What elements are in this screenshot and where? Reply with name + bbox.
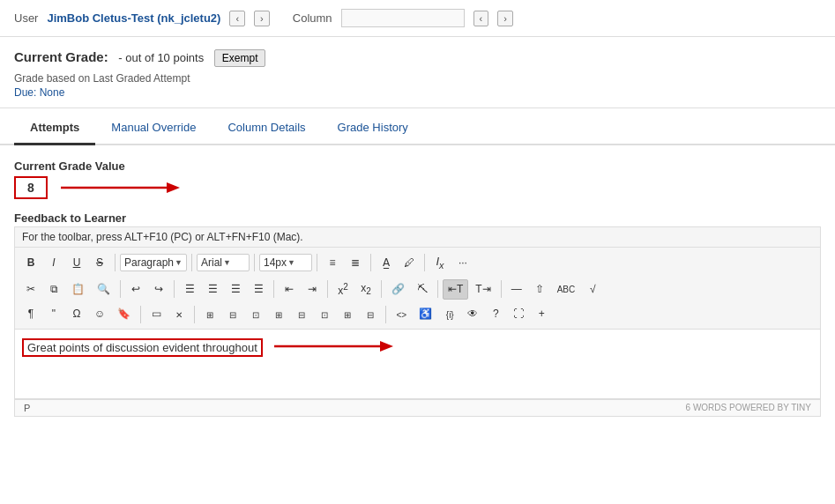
table-op-3[interactable]: ⊡ (245, 306, 266, 324)
sep-4 (317, 254, 317, 271)
content-area: Current Grade Value 8 Feedback to Learne… (0, 145, 835, 431)
blockquote-btn[interactable]: " (43, 304, 64, 325)
paragraph-caret: ▼ (175, 258, 183, 267)
sep-11 (381, 280, 382, 298)
preview-btn[interactable]: 👁 (462, 304, 483, 325)
align-right-btn[interactable]: ☰ (225, 279, 246, 300)
bold-btn[interactable]: B (20, 253, 41, 274)
emoji-btn[interactable]: ☺ (89, 304, 110, 325)
table-op-6[interactable]: ⊡ (314, 306, 335, 324)
status-right: 6 WORDS POWERED BY TINY (686, 403, 811, 413)
exempt-button[interactable]: Exempt (214, 49, 266, 67)
copy-btn[interactable]: ⧉ (43, 279, 64, 300)
para-mark-btn[interactable]: ¶ (20, 304, 41, 325)
user-prev-btn[interactable]: ‹ (229, 11, 245, 26)
table-delete-btn[interactable]: ✕ (168, 306, 190, 324)
font-label: Arial (201, 256, 222, 269)
table-op-2[interactable]: ⊟ (222, 306, 243, 324)
sep-8 (174, 280, 175, 298)
sep-16 (385, 306, 386, 323)
sep-3 (254, 254, 255, 271)
font-color-btn[interactable]: A̲ (376, 253, 397, 274)
user-label: User (14, 11, 38, 25)
table-btn[interactable]: ▭ (145, 304, 167, 325)
bookmark-btn[interactable]: 🔖 (112, 304, 136, 325)
editor-text[interactable]: Great points of discussion evident throu… (22, 338, 263, 357)
fullscreen-btn[interactable]: ⛶ (508, 304, 529, 325)
hr-btn[interactable]: — (506, 279, 527, 300)
tab-attempts[interactable]: Attempts (14, 112, 95, 145)
col-input[interactable] (341, 9, 465, 27)
ul-btn[interactable]: ≡ (322, 253, 343, 274)
grade-based-on: Grade based on Last Graded Attempt (14, 72, 821, 85)
ltr-btn[interactable]: T⇥ (470, 279, 496, 300)
ol-btn[interactable]: ≣ (345, 253, 366, 274)
col-prev-btn[interactable]: ‹ (473, 11, 489, 26)
rtl-btn[interactable]: ⇤T (443, 279, 468, 300)
paragraph-dropdown[interactable]: Paragraph ▼ (120, 254, 187, 271)
table-op-1[interactable]: ⊞ (199, 306, 220, 324)
editor-status-bar: P 6 WORDS POWERED BY TINY (14, 399, 821, 417)
find-btn[interactable]: 🔍 (92, 279, 116, 300)
sqrt-btn[interactable]: √ (582, 279, 603, 300)
align-justify-btn[interactable]: ☰ (248, 279, 269, 300)
table-op-4[interactable]: ⊞ (268, 306, 289, 324)
redo-btn[interactable]: ↪ (148, 279, 169, 300)
table-op-7[interactable]: ⊞ (337, 306, 358, 324)
editor-toolbar: B I U S Paragraph ▼ Arial ▼ 14px ▼ ≡ ≣ (14, 247, 821, 329)
align-left-btn[interactable]: ☰ (179, 279, 200, 300)
user-next-btn[interactable]: › (254, 11, 270, 26)
font-caret: ▼ (223, 258, 231, 267)
grade-value-box[interactable]: 8 (14, 176, 48, 199)
subscript-btn[interactable]: x2 (355, 278, 376, 300)
link-btn[interactable]: 🔗 (386, 279, 410, 300)
paste-btn[interactable]: 📋 (66, 279, 90, 300)
editor-area[interactable]: Great points of discussion evident throu… (14, 329, 821, 399)
feedback-label: Feedback to Learner (14, 211, 821, 225)
unlink-btn[interactable]: ⛏ (412, 279, 433, 300)
indent-btn[interactable]: ⇥ (302, 279, 323, 300)
table-op-8[interactable]: ⊟ (360, 306, 381, 324)
upload-btn[interactable]: ⇧ (529, 279, 550, 300)
paragraph-label: Paragraph (124, 256, 174, 269)
size-dropdown[interactable]: 14px ▼ (259, 254, 312, 271)
align-center-btn[interactable]: ☰ (202, 279, 223, 300)
underline-btn[interactable]: U (66, 253, 87, 274)
code-view-btn[interactable]: <> (391, 306, 412, 324)
toolbar-row-3: ¶ " Ω ☺ 🔖 ▭ ✕ ⊞ ⊟ ⊡ ⊞ ⊟ ⊡ ⊞ ⊟ <> ♿ {i} 👁… (20, 304, 815, 325)
grade-due: Due: None (14, 86, 821, 99)
sep-14 (140, 306, 141, 323)
sep-15 (194, 306, 195, 323)
tab-grade-history[interactable]: Grade History (322, 112, 424, 145)
accessibility-btn[interactable]: ♿ (414, 304, 437, 325)
table-op-5[interactable]: ⊟ (291, 306, 312, 324)
status-left: P (24, 403, 30, 413)
help-btn[interactable]: ? (485, 304, 506, 325)
tab-column-details[interactable]: Column Details (212, 112, 321, 145)
sep-13 (501, 280, 502, 298)
current-grade-value-label: Current Grade Value (14, 159, 821, 173)
undo-btn[interactable]: ↩ (125, 279, 146, 300)
header-bar: User JimBob Cletus-Test (nk_jcletu2) ‹ ›… (0, 0, 835, 37)
more-btn[interactable]: ··· (452, 253, 473, 274)
clear-format-btn[interactable]: Ix (429, 251, 451, 275)
sep-6 (424, 254, 425, 271)
tab-manual-override[interactable]: Manual Override (95, 112, 212, 145)
grade-section: Current Grade: - out of 10 points Exempt… (0, 37, 835, 108)
special-btn[interactable]: {i} (439, 306, 460, 324)
col-label: Column (293, 11, 332, 25)
svg-marker-1 (167, 182, 180, 193)
superscript-btn[interactable]: x2 (332, 278, 354, 302)
col-next-btn[interactable]: › (497, 11, 513, 26)
highlight-btn[interactable]: 🖊 (399, 253, 420, 274)
add-btn[interactable]: + (531, 304, 552, 325)
spellcheck-btn[interactable]: ABC (552, 280, 581, 299)
italic-btn[interactable]: I (43, 253, 64, 274)
grade-arrow-icon (56, 178, 180, 200)
outdent-btn[interactable]: ⇤ (279, 279, 300, 300)
strikethrough-btn[interactable]: S (89, 253, 110, 274)
size-label: 14px (264, 256, 287, 269)
cut-btn[interactable]: ✂ (20, 279, 41, 300)
omega-btn[interactable]: Ω (66, 304, 87, 325)
font-dropdown[interactable]: Arial ▼ (197, 254, 250, 271)
